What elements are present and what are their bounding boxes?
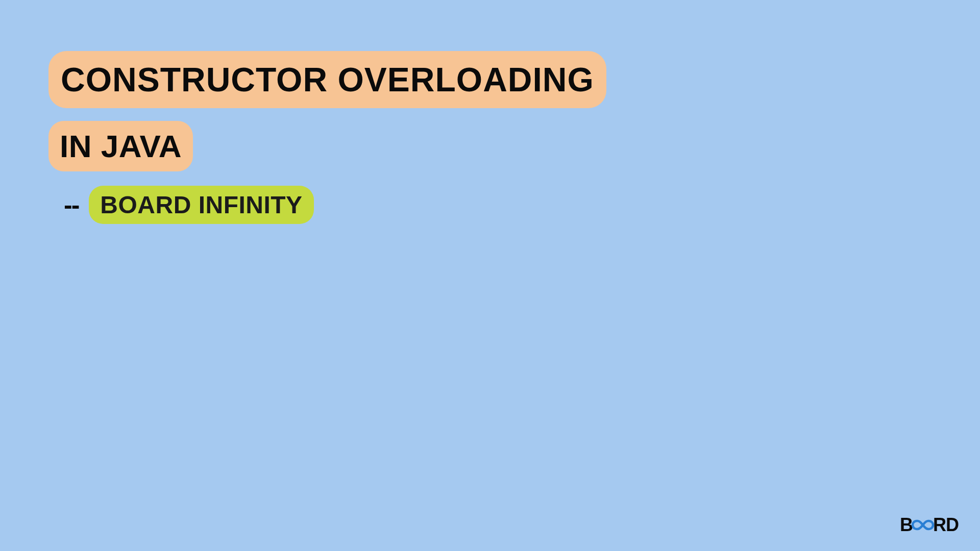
title-line-1: CONSTRUCTOR OVERLOADING bbox=[61, 61, 594, 98]
logo-prefix: B bbox=[900, 514, 913, 536]
title-row-2: IN JAVA bbox=[48, 121, 606, 186]
subtitle-row: -- BOARD INFINITY bbox=[64, 186, 606, 224]
infinity-icon bbox=[912, 519, 934, 531]
title-pill-1: CONSTRUCTOR OVERLOADING bbox=[48, 51, 606, 108]
subtitle-text: BOARD INFINITY bbox=[100, 191, 302, 218]
subtitle-pill: BOARD INFINITY bbox=[89, 186, 313, 224]
logo-suffix: RD bbox=[933, 514, 959, 536]
dashes: -- bbox=[64, 190, 79, 220]
title-row-1: CONSTRUCTOR OVERLOADING bbox=[48, 51, 606, 121]
slide-content: CONSTRUCTOR OVERLOADING IN JAVA -- BOARD… bbox=[48, 51, 606, 224]
title-line-2: IN JAVA bbox=[60, 129, 182, 164]
title-pill-2: IN JAVA bbox=[48, 121, 193, 171]
brand-logo: B RD bbox=[900, 514, 959, 536]
